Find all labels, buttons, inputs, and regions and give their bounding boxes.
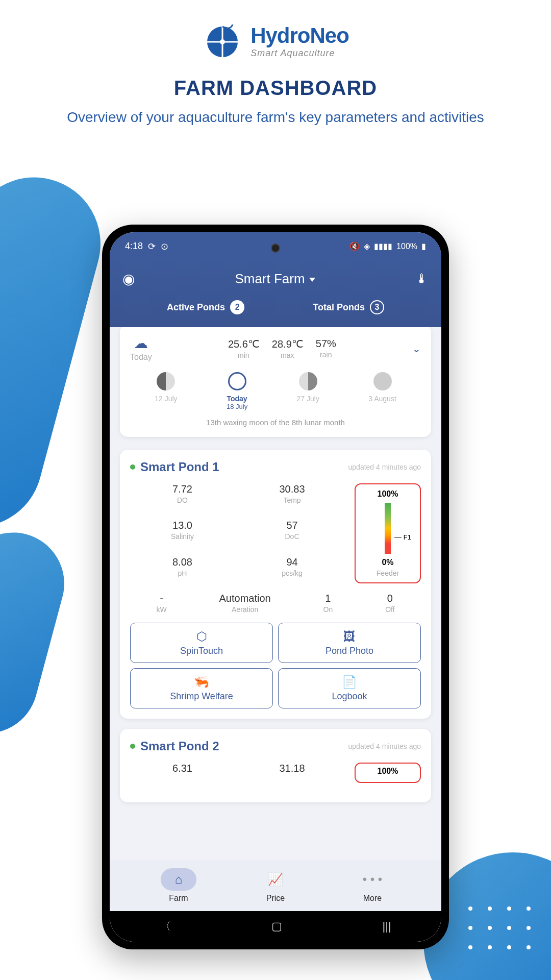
- android-home[interactable]: ▢: [271, 920, 282, 933]
- feeder-gauge[interactable]: 100% F1 0% Feeder: [355, 483, 421, 583]
- brand-tagline: Smart Aquaculture: [251, 48, 349, 59]
- metric-pcs-val: 94: [240, 556, 344, 568]
- page-title: FARM DASHBOARD: [10, 77, 541, 100]
- metric-do-lab: DO: [130, 496, 235, 504]
- moon-phase-icon: [299, 372, 317, 390]
- page-subtitle: Overview of your aquaculture farm's key …: [10, 107, 541, 127]
- metric-val: 31.18: [240, 763, 344, 774]
- weather-today-label: Today: [130, 353, 152, 362]
- feeder-label: Feeder: [377, 569, 399, 577]
- metric-temp-lab: Temp: [240, 496, 344, 504]
- svg-point-1: [220, 39, 225, 44]
- metric-ph-lab: pH: [130, 569, 235, 577]
- weather-rain-val: 57%: [316, 338, 336, 350]
- auto-mode-lab: Aeration: [219, 605, 271, 614]
- feeder-gauge[interactable]: 100%: [355, 763, 421, 783]
- logbook-label: Logbook: [332, 691, 367, 701]
- phone-camera: [271, 243, 280, 253]
- wifi-icon: ◈: [364, 241, 370, 251]
- weather-icon: ☁: [130, 335, 152, 352]
- thermometer-icon[interactable]: 🌡: [415, 271, 429, 287]
- marketing-header: HydroNeo Smart Aquaculture FARM DASHBOAR…: [0, 0, 551, 137]
- feeder-min: 0%: [382, 558, 393, 567]
- pond-card: Smart Pond 1 updated 4 minutes ago 7.72D…: [120, 450, 431, 719]
- spintouch-icon: ⬡: [137, 629, 266, 644]
- metric-temp-val: 30.83: [240, 483, 344, 495]
- weather-max-val: 28.9℃: [272, 338, 303, 350]
- moon-phase-icon: [228, 372, 246, 390]
- metric-do-val: 7.72: [130, 483, 235, 495]
- pond-updated: updated 4 minutes ago: [348, 742, 421, 750]
- auto-off-val: 0: [385, 593, 394, 604]
- android-recent[interactable]: |||: [383, 920, 391, 933]
- auto-kw-lab: kW: [156, 605, 166, 614]
- brand-logo: HydroNeo Smart Aquaculture: [10, 20, 541, 61]
- sync-icon: ⟳: [148, 241, 156, 252]
- pond-updated: updated 4 minutes ago: [348, 463, 421, 471]
- nav-farm[interactable]: ⌂Farm: [161, 868, 196, 903]
- moon-date: 12 July: [155, 395, 177, 403]
- bottom-nav: ⌂Farm 📈Price • • •More: [110, 860, 441, 911]
- auto-on-lab: On: [323, 605, 333, 614]
- moon-item-active[interactable]: Today18 July: [227, 372, 247, 410]
- metric-salinity-val: 13.0: [130, 520, 235, 531]
- logo-icon: [202, 20, 243, 61]
- moon-item[interactable]: 27 July: [297, 372, 319, 410]
- moon-date: Today: [227, 395, 247, 403]
- logbook-icon: 📄: [285, 675, 414, 689]
- camera-icon[interactable]: ◉: [122, 271, 135, 287]
- app-header: ◉ Smart Farm 🌡 Active Ponds 2 Total Pond…: [110, 260, 441, 327]
- weather-min-lab: min: [228, 351, 259, 359]
- phone-frame: 4:18 ⟳ ⊙ 🔇 ◈ ▮▮▮▮ 100% ▮ ◉ Smart Farm 🌡: [102, 225, 449, 949]
- chart-icon: 📈: [268, 872, 283, 887]
- mute-icon: 🔇: [349, 241, 360, 251]
- pond-name[interactable]: Smart Pond 1: [140, 460, 219, 474]
- farm-name: Smart Farm: [235, 271, 305, 287]
- nav-more[interactable]: • • •More: [355, 868, 390, 903]
- weather-expand-button[interactable]: ⌄: [412, 342, 421, 355]
- alarm-icon: ⊙: [161, 241, 168, 252]
- moon-date-sub: 18 July: [227, 403, 247, 410]
- metric-doc-val: 57: [240, 520, 344, 531]
- farm-selector[interactable]: Smart Farm: [235, 271, 315, 287]
- auto-kw-val: -: [156, 593, 166, 604]
- pond-status-dot: [130, 464, 135, 470]
- pond-name[interactable]: Smart Pond 2: [140, 739, 219, 753]
- logbook-button[interactable]: 📄Logbook: [278, 668, 421, 708]
- metric-val: 6.31: [130, 763, 235, 774]
- battery-text: 100%: [396, 242, 417, 251]
- feeder-marker: F1: [404, 533, 411, 541]
- feeder-gauge-bar: F1: [385, 503, 391, 554]
- android-back[interactable]: 〈: [160, 919, 171, 934]
- moon-item[interactable]: 3 August: [368, 372, 396, 410]
- nav-farm-label: Farm: [161, 894, 196, 903]
- signal-icon: ▮▮▮▮: [374, 241, 392, 251]
- moon-phase-row: 12 July Today18 July 27 July 3 August: [130, 372, 421, 410]
- spintouch-button[interactable]: ⬡SpinTouch: [130, 623, 273, 663]
- metric-salinity-lab: Salinity: [130, 532, 235, 541]
- pond-card: Smart Pond 2 updated 4 minutes ago 6.31 …: [120, 729, 431, 802]
- metric-pcs-lab: pcs/kg: [240, 569, 344, 577]
- pond-status-dot: [130, 744, 135, 749]
- shrimp-icon: 🦐: [137, 675, 266, 689]
- auto-off-lab: Off: [385, 605, 394, 614]
- shrimp-welfare-button[interactable]: 🦐Shrimp Welfare: [130, 668, 273, 708]
- moon-item[interactable]: 12 July: [155, 372, 177, 410]
- active-ponds-stat: Active Ponds 2: [167, 300, 244, 314]
- moon-date: 3 August: [368, 395, 396, 403]
- total-ponds-stat: Total Ponds 3: [313, 300, 384, 314]
- spintouch-label: SpinTouch: [180, 646, 223, 656]
- photo-icon: 🖼: [285, 629, 414, 644]
- lunar-description: 13th waxing moon of the 8th lunar month: [130, 418, 421, 427]
- active-ponds-label: Active Ponds: [167, 302, 225, 313]
- total-ponds-count: 3: [370, 300, 384, 314]
- weather-max-lab: max: [272, 351, 303, 359]
- moon-phase-icon: [157, 372, 175, 390]
- nav-price[interactable]: 📈Price: [258, 868, 293, 903]
- battery-icon: ▮: [421, 241, 426, 251]
- brand-name: HydroNeo: [251, 23, 349, 48]
- android-nav: 〈 ▢ |||: [110, 911, 441, 942]
- total-ponds-label: Total Ponds: [313, 302, 365, 313]
- home-icon: ⌂: [175, 872, 183, 887]
- pond-photo-button[interactable]: 🖼Pond Photo: [278, 623, 421, 663]
